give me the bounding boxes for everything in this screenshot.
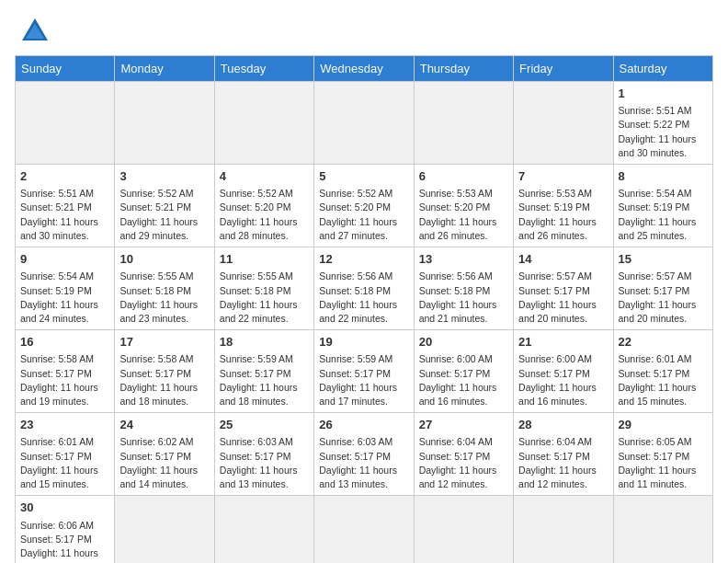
calendar-day-cell: 29Sunrise: 6:05 AMSunset: 5:17 PMDayligh…: [613, 413, 712, 496]
calendar-day-cell: 30Sunrise: 6:06 AMSunset: 5:17 PMDayligh…: [16, 496, 115, 563]
calendar-day-cell: 20Sunrise: 6:00 AMSunset: 5:17 PMDayligh…: [414, 330, 513, 413]
calendar-table: SundayMondayTuesdayWednesdayThursdayFrid…: [15, 55, 713, 563]
day-info: Sunrise: 6:04 AMSunset: 5:17 PMDaylight:…: [518, 435, 608, 491]
day-info: Sunrise: 6:04 AMSunset: 5:17 PMDaylight:…: [419, 435, 508, 491]
day-info: Sunrise: 5:59 AMSunset: 5:17 PMDaylight:…: [220, 352, 309, 408]
day-number: 2: [20, 168, 109, 185]
day-info: Sunrise: 5:56 AMSunset: 5:18 PMDaylight:…: [319, 270, 408, 326]
calendar-day-cell: [214, 82, 313, 165]
day-number: 9: [20, 251, 109, 268]
day-number: 15: [619, 251, 708, 268]
calendar-day-cell: 23Sunrise: 6:01 AMSunset: 5:17 PMDayligh…: [16, 413, 115, 496]
calendar-day-cell: 28Sunrise: 6:04 AMSunset: 5:17 PMDayligh…: [514, 413, 613, 496]
calendar-day-cell: 5Sunrise: 5:52 AMSunset: 5:20 PMDaylight…: [314, 165, 414, 247]
day-info: Sunrise: 6:06 AMSunset: 5:17 PMDaylight:…: [20, 519, 109, 564]
calendar-day-cell: [613, 496, 712, 563]
day-info: Sunrise: 5:51 AMSunset: 5:22 PMDaylight:…: [619, 104, 708, 160]
day-number: 6: [419, 168, 508, 185]
day-number: 21: [518, 334, 608, 350]
weekday-header-wednesday: Wednesday: [314, 56, 414, 82]
day-number: 7: [518, 168, 608, 185]
calendar-day-cell: 24Sunrise: 6:02 AMSunset: 5:17 PMDayligh…: [115, 413, 214, 496]
day-number: 24: [119, 417, 209, 433]
day-info: Sunrise: 6:01 AMSunset: 5:17 PMDaylight:…: [20, 435, 109, 491]
day-info: Sunrise: 5:53 AMSunset: 5:20 PMDaylight:…: [419, 187, 508, 243]
day-info: Sunrise: 5:59 AMSunset: 5:17 PMDaylight:…: [319, 352, 408, 408]
calendar-day-cell: [414, 82, 513, 165]
day-info: Sunrise: 5:55 AMSunset: 5:18 PMDaylight:…: [119, 270, 209, 326]
calendar-week-row: 2Sunrise: 5:51 AMSunset: 5:21 PMDaylight…: [16, 165, 713, 247]
day-number: 14: [518, 251, 608, 268]
day-number: 1: [619, 86, 708, 102]
day-info: Sunrise: 5:54 AMSunset: 5:19 PMDaylight:…: [619, 187, 708, 243]
day-number: 25: [220, 417, 309, 433]
day-info: Sunrise: 5:58 AMSunset: 5:17 PMDaylight:…: [20, 352, 109, 408]
day-number: 22: [619, 334, 708, 350]
day-number: 23: [20, 417, 109, 433]
day-info: Sunrise: 5:58 AMSunset: 5:17 PMDaylight:…: [119, 352, 209, 408]
calendar-week-row: 1Sunrise: 5:51 AMSunset: 5:22 PMDaylight…: [16, 82, 713, 165]
day-number: 27: [419, 417, 508, 433]
day-number: 8: [619, 168, 708, 185]
calendar-day-cell: 8Sunrise: 5:54 AMSunset: 5:19 PMDaylight…: [613, 165, 712, 247]
calendar-day-cell: 26Sunrise: 6:03 AMSunset: 5:17 PMDayligh…: [314, 413, 414, 496]
header: [15, 15, 713, 48]
day-info: Sunrise: 5:55 AMSunset: 5:18 PMDaylight:…: [220, 270, 309, 326]
day-number: 11: [220, 251, 309, 268]
logo-icon: [18, 15, 51, 48]
day-info: Sunrise: 5:54 AMSunset: 5:19 PMDaylight:…: [20, 270, 109, 326]
weekday-header-saturday: Saturday: [613, 56, 712, 82]
day-info: Sunrise: 5:56 AMSunset: 5:18 PMDaylight:…: [419, 270, 508, 326]
calendar-week-row: 16Sunrise: 5:58 AMSunset: 5:17 PMDayligh…: [16, 330, 713, 413]
calendar-day-cell: 10Sunrise: 5:55 AMSunset: 5:18 PMDayligh…: [115, 247, 214, 330]
calendar-week-row: 23Sunrise: 6:01 AMSunset: 5:17 PMDayligh…: [16, 413, 713, 496]
day-number: 20: [419, 334, 508, 350]
day-number: 16: [20, 334, 109, 350]
calendar-week-row: 30Sunrise: 6:06 AMSunset: 5:17 PMDayligh…: [16, 496, 713, 563]
weekday-header-tuesday: Tuesday: [214, 56, 313, 82]
calendar-day-cell: [514, 496, 613, 563]
calendar-day-cell: [16, 82, 115, 165]
day-number: 17: [119, 334, 209, 350]
calendar-day-cell: 14Sunrise: 5:57 AMSunset: 5:17 PMDayligh…: [514, 247, 613, 330]
weekday-header-thursday: Thursday: [414, 56, 513, 82]
calendar-day-cell: 2Sunrise: 5:51 AMSunset: 5:21 PMDaylight…: [16, 165, 115, 247]
day-number: 26: [319, 417, 408, 433]
day-info: Sunrise: 6:00 AMSunset: 5:17 PMDaylight:…: [419, 352, 508, 408]
day-info: Sunrise: 6:00 AMSunset: 5:17 PMDaylight:…: [518, 352, 608, 408]
day-info: Sunrise: 5:52 AMSunset: 5:20 PMDaylight:…: [319, 187, 408, 243]
weekday-header-monday: Monday: [115, 56, 214, 82]
day-number: 30: [20, 500, 109, 516]
calendar-week-row: 9Sunrise: 5:54 AMSunset: 5:19 PMDaylight…: [16, 247, 713, 330]
day-info: Sunrise: 5:52 AMSunset: 5:21 PMDaylight:…: [119, 187, 209, 243]
day-info: Sunrise: 5:53 AMSunset: 5:19 PMDaylight:…: [518, 187, 608, 243]
calendar-day-cell: 11Sunrise: 5:55 AMSunset: 5:18 PMDayligh…: [214, 247, 313, 330]
calendar-day-cell: 25Sunrise: 6:03 AMSunset: 5:17 PMDayligh…: [214, 413, 313, 496]
calendar-day-cell: [514, 82, 613, 165]
day-number: 28: [518, 417, 608, 433]
day-number: 12: [319, 251, 408, 268]
calendar-day-cell: 7Sunrise: 5:53 AMSunset: 5:19 PMDaylight…: [514, 165, 613, 247]
calendar-day-cell: 19Sunrise: 5:59 AMSunset: 5:17 PMDayligh…: [314, 330, 414, 413]
day-number: 18: [220, 334, 309, 350]
calendar-day-cell: 16Sunrise: 5:58 AMSunset: 5:17 PMDayligh…: [16, 330, 115, 413]
calendar-day-cell: 27Sunrise: 6:04 AMSunset: 5:17 PMDayligh…: [414, 413, 513, 496]
calendar-day-cell: 21Sunrise: 6:00 AMSunset: 5:17 PMDayligh…: [514, 330, 613, 413]
logo: [15, 15, 51, 48]
calendar-day-cell: 3Sunrise: 5:52 AMSunset: 5:21 PMDaylight…: [115, 165, 214, 247]
day-number: 19: [319, 334, 408, 350]
calendar-header-row: SundayMondayTuesdayWednesdayThursdayFrid…: [16, 56, 713, 82]
weekday-header-friday: Friday: [514, 56, 613, 82]
day-number: 13: [419, 251, 508, 268]
calendar-day-cell: [115, 496, 214, 563]
day-info: Sunrise: 6:02 AMSunset: 5:17 PMDaylight:…: [119, 435, 209, 491]
calendar-day-cell: [214, 496, 313, 563]
calendar-day-cell: 9Sunrise: 5:54 AMSunset: 5:19 PMDaylight…: [16, 247, 115, 330]
calendar-day-cell: 18Sunrise: 5:59 AMSunset: 5:17 PMDayligh…: [214, 330, 313, 413]
calendar-day-cell: 13Sunrise: 5:56 AMSunset: 5:18 PMDayligh…: [414, 247, 513, 330]
calendar-day-cell: 12Sunrise: 5:56 AMSunset: 5:18 PMDayligh…: [314, 247, 414, 330]
day-info: Sunrise: 5:52 AMSunset: 5:20 PMDaylight:…: [220, 187, 309, 243]
weekday-header-sunday: Sunday: [16, 56, 115, 82]
day-number: 3: [119, 168, 209, 185]
calendar-day-cell: 6Sunrise: 5:53 AMSunset: 5:20 PMDaylight…: [414, 165, 513, 247]
